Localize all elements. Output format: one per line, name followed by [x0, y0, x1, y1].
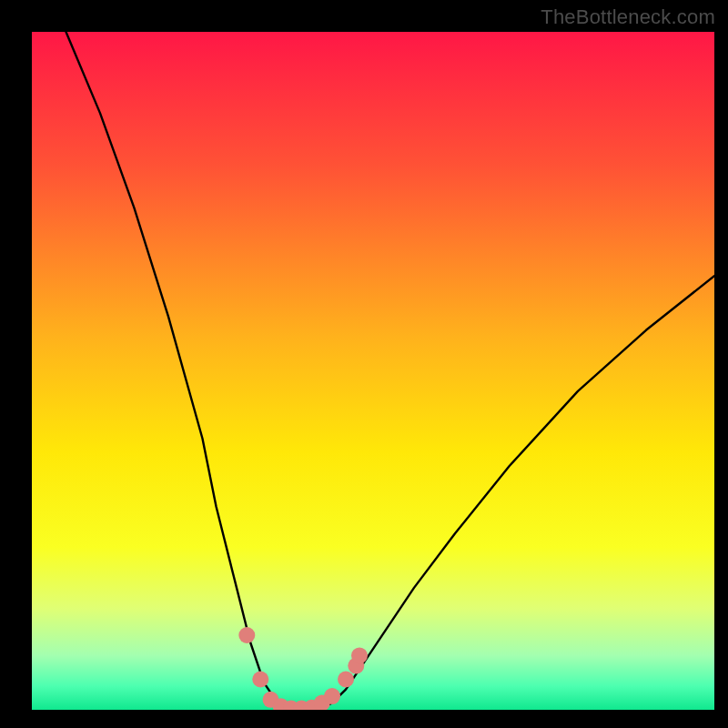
marker-dot: [338, 672, 354, 688]
watermark-text: TheBottleneck.com: [541, 5, 715, 29]
marker-dot: [324, 688, 340, 704]
marker-dot: [238, 627, 255, 643]
marker-dot: [252, 672, 268, 688]
plot-area: [32, 32, 714, 710]
chart-frame: TheBottleneck.com: [0, 0, 728, 728]
marker-dot: [351, 647, 368, 663]
curve-overlay: [32, 32, 714, 710]
bottleneck-curve: [66, 32, 715, 710]
